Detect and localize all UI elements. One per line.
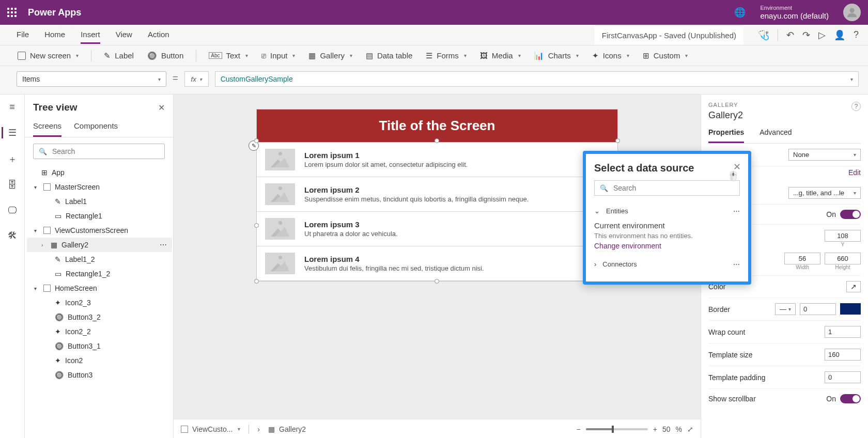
wrap-count-input[interactable]: 1 xyxy=(825,326,861,338)
screen-preview[interactable]: ✎ Title of the Screen Lorem ipsum 1Lorem… xyxy=(256,109,618,281)
template-padding-input[interactable]: 0 xyxy=(825,371,861,383)
tree-item-rectangle1-2[interactable]: ▭Rectangle1_2 xyxy=(27,267,172,281)
custom-menu[interactable]: ⊞Custom▾ xyxy=(639,49,692,63)
icons-menu[interactable]: ✦Icons▾ xyxy=(588,49,633,63)
tree-item-app[interactable]: ⊞App xyxy=(27,165,172,180)
tree-item-icon2[interactable]: ✦Icon2 xyxy=(27,353,172,368)
popup-close-icon[interactable]: ✕ xyxy=(733,161,741,173)
border-style-dropdown[interactable]: —▾ xyxy=(775,303,796,315)
menu-file[interactable]: File xyxy=(17,26,29,44)
redo-icon[interactable]: ↷ xyxy=(802,29,810,41)
media-pane-icon[interactable]: 🖵 xyxy=(8,205,17,216)
property-selector[interactable]: Items▾ xyxy=(17,71,166,87)
tree-item-homescreen[interactable]: ▾HomeScreen xyxy=(27,281,172,295)
button-button[interactable]: 🔘Button xyxy=(143,49,188,63)
row-subtitle: Lorem ipsum dolor sit amet, consectetur … xyxy=(304,161,596,168)
border-width-input[interactable]: 0 xyxy=(800,303,836,315)
tree-item-viewcustomers[interactable]: ▾ViewCustomersScreen xyxy=(27,223,172,238)
menu-insert[interactable]: Insert xyxy=(81,26,100,44)
show-scrollbar-toggle[interactable] xyxy=(840,394,861,403)
tree-item-gallery2[interactable]: ›▦Gallery2 ⋯ xyxy=(27,238,172,252)
forms-menu[interactable]: ☰Forms▾ xyxy=(422,49,471,63)
breadcrumb[interactable]: ViewCusto...▾ xyxy=(181,425,240,433)
gallery-menu[interactable]: ▦Gallery▾ xyxy=(304,49,357,63)
tree-item-rectangle1[interactable]: ▭Rectangle1 xyxy=(27,209,172,223)
components-tab[interactable]: Components xyxy=(74,118,118,137)
datasource-dropdown[interactable]: None▾ xyxy=(788,149,861,161)
tree-item-button3-2[interactable]: 🔘Button3_2 xyxy=(27,310,172,324)
gallery-row[interactable]: Lorem ipsum 4Vestibulum dui felis, fring… xyxy=(257,246,617,281)
tree-item-button3[interactable]: 🔘Button3 xyxy=(27,368,172,382)
visible-toggle[interactable] xyxy=(840,210,861,219)
change-environment-link[interactable]: Change environment xyxy=(594,242,740,250)
menu-bar: File Home Insert View Action FirstCanvas… xyxy=(0,25,868,45)
app-launcher-icon[interactable] xyxy=(7,8,17,17)
tree-item-icon2-3[interactable]: ✦Icon2_3 xyxy=(27,295,172,310)
breadcrumb-child[interactable]: ▦Gallery2 xyxy=(268,425,306,433)
help-icon[interactable]: ? xyxy=(854,29,859,40)
new-screen-button[interactable]: New screen▾ xyxy=(13,49,83,62)
color-swatch[interactable]: ↗ xyxy=(846,281,861,292)
avatar[interactable] xyxy=(843,4,861,21)
connectors-section[interactable]: ›Connectors ⋯ xyxy=(594,256,740,272)
layout-dropdown[interactable]: ...g, title, and ...le▾ xyxy=(788,187,861,199)
play-icon[interactable]: ▷ xyxy=(818,29,826,41)
properties-tab[interactable]: Properties xyxy=(708,126,744,143)
more-icon[interactable]: ⋯ xyxy=(160,241,167,249)
tree-item-label1[interactable]: ✎Label1 xyxy=(27,194,172,209)
data-table-button[interactable]: ▤Data table xyxy=(362,49,416,63)
menu-action[interactable]: Action xyxy=(148,26,169,44)
y-input[interactable]: 108 xyxy=(825,230,861,242)
menu-view[interactable]: View xyxy=(116,26,132,44)
tree-search-input[interactable] xyxy=(51,147,159,156)
formula-input[interactable]: CustomGallerySample▾ xyxy=(215,71,859,87)
gallery-row[interactable]: Lorem ipsum 3Ut pharetra a dolor ac vehi… xyxy=(257,212,617,246)
data-pane-icon[interactable]: 🗄 xyxy=(8,180,17,191)
fx-button[interactable]: fx▾ xyxy=(184,71,209,87)
media-menu[interactable]: 🖼Media▾ xyxy=(476,49,525,62)
insert-pane-icon[interactable]: ＋ xyxy=(8,153,17,165)
template-size-input[interactable]: 160 xyxy=(825,349,861,361)
tree-item-button3-1[interactable]: 🔘Button3_1 xyxy=(27,339,172,353)
height-input[interactable]: 660 xyxy=(825,253,861,264)
popup-search[interactable]: 🔍 xyxy=(594,180,740,196)
environment-selector[interactable]: Environment enayu.com (default) xyxy=(760,5,829,20)
share-icon[interactable]: 👤 xyxy=(834,29,845,41)
border-color-swatch[interactable] xyxy=(840,303,861,315)
text-menu[interactable]: AbcText▾ xyxy=(205,49,252,62)
more-icon[interactable]: ⋯ xyxy=(733,260,740,268)
fit-to-screen-icon[interactable]: ⤢ xyxy=(687,425,693,433)
undo-icon[interactable]: ↶ xyxy=(786,29,794,41)
gallery-row[interactable]: Lorem ipsum 1Lorem ipsum dolor sit amet,… xyxy=(257,143,617,177)
label-button[interactable]: ✎Label xyxy=(100,49,138,63)
tree-item-masterscreen[interactable]: ▾MasterScreen xyxy=(27,180,172,194)
hamburger-icon[interactable]: ≡ xyxy=(9,102,15,113)
row-subtitle: Vestibulum dui felis, fringilla nec mi s… xyxy=(304,264,596,272)
advanced-tools-icon[interactable]: 🛠 xyxy=(8,230,17,241)
gallery-row[interactable]: Lorem ipsum 2Suspendisse enim metus, tin… xyxy=(257,177,617,212)
tree-view-icon[interactable]: ☰ xyxy=(2,127,17,138)
more-icon[interactable]: ⋯ xyxy=(733,207,740,215)
tree-item-icon2-2[interactable]: ✦Icon2_2 xyxy=(27,324,172,339)
tree-search[interactable]: 🔍 xyxy=(33,144,165,159)
zoom-slider[interactable] xyxy=(586,428,648,430)
entities-section[interactable]: ⌄Entities ⋯ xyxy=(594,203,740,219)
edit-fields-link[interactable]: Edit xyxy=(848,168,861,177)
panel-help-icon[interactable]: ? xyxy=(851,102,861,111)
close-tree-icon[interactable]: ✕ xyxy=(158,103,165,113)
popup-search-input[interactable] xyxy=(612,183,734,193)
screens-tab[interactable]: Screens xyxy=(33,118,61,137)
app-checker-icon[interactable]: 🩺 xyxy=(758,29,769,41)
zoom-in-icon[interactable]: + xyxy=(653,425,657,433)
formula-bar: Items▾ = fx▾ CustomGallerySample▾ xyxy=(0,66,868,95)
gallery-preview[interactable]: Lorem ipsum 1Lorem ipsum dolor sit amet,… xyxy=(257,142,617,281)
title-bar: Power Apps 🌐 Environment enayu.com (defa… xyxy=(0,0,868,25)
zoom-out-icon[interactable]: − xyxy=(577,425,581,433)
tree-item-label1-2[interactable]: ✎Label1_2 xyxy=(27,252,172,267)
charts-menu[interactable]: 📊Charts▾ xyxy=(530,49,583,63)
environment-icon[interactable]: 🌐 xyxy=(734,7,746,18)
width-input[interactable]: 56 xyxy=(784,253,820,264)
advanced-tab[interactable]: Advanced xyxy=(760,126,792,143)
menu-home[interactable]: Home xyxy=(44,26,65,44)
input-menu[interactable]: ⎚Input▾ xyxy=(257,49,299,62)
